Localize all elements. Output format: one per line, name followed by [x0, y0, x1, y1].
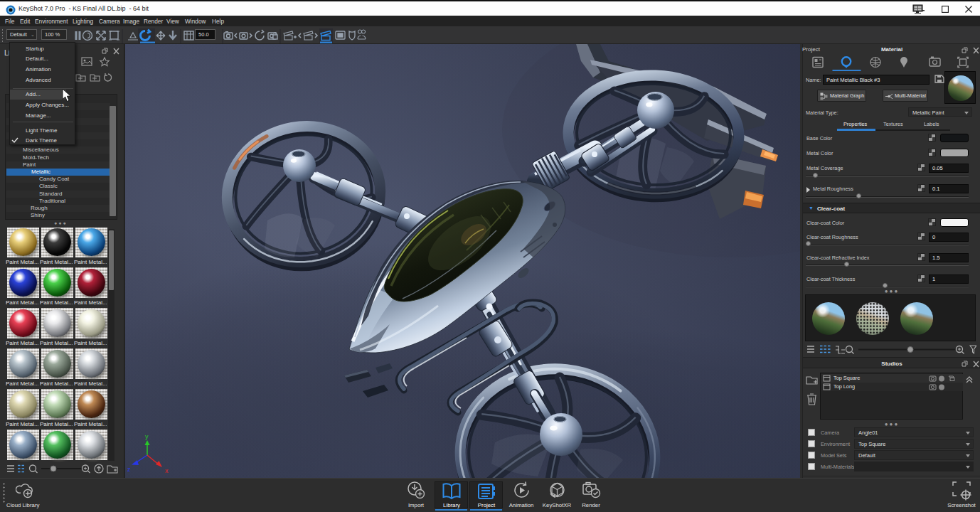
svg-text:z: z: [127, 466, 131, 473]
svg-text:y: y: [145, 433, 149, 440]
svg-text:x: x: [165, 467, 169, 474]
